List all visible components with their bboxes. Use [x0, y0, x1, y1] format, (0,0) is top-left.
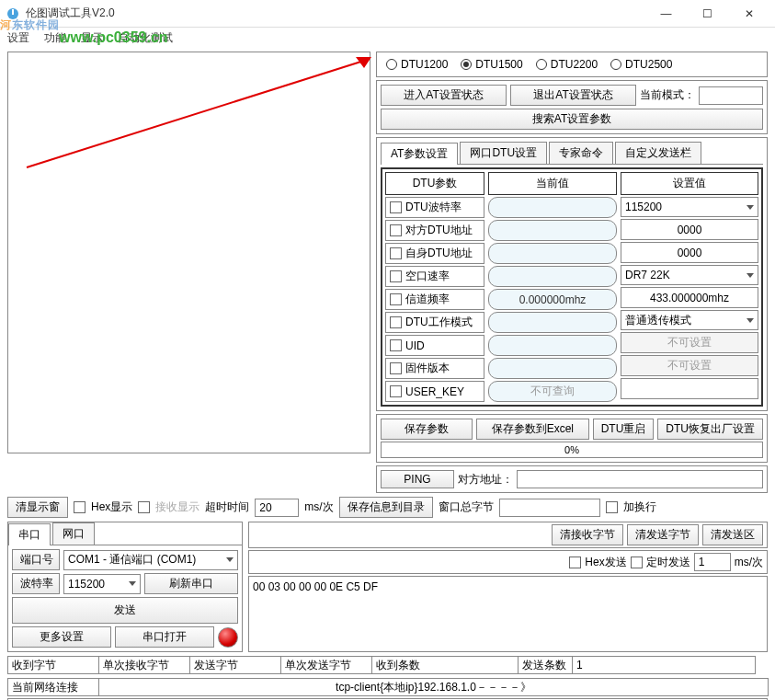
timeout-label: 超时时间 [205, 499, 249, 515]
port-label-button[interactable]: 端口号 [12, 549, 60, 570]
param-setvalue[interactable]: DR7 22K [621, 265, 758, 285]
timeout-input[interactable]: 20 [255, 499, 299, 517]
tab-1[interactable]: 网口DTU设置 [460, 142, 547, 164]
param-row[interactable]: 对方DTU地址 [385, 220, 484, 241]
timed-send-unit: ms/次 [735, 555, 763, 570]
chevron-down-icon [226, 557, 234, 562]
menu-settings[interactable]: 设置 [7, 30, 29, 46]
timeout-unit: ms/次 [304, 499, 333, 515]
param-current: 0.000000mhz [488, 289, 617, 310]
search-at-params-button[interactable]: 搜索AT设置参数 [381, 109, 763, 130]
tab-3[interactable]: 自定义发送栏 [615, 142, 701, 164]
send-textarea[interactable]: 00 03 00 00 00 0E C5 DF [248, 576, 768, 652]
open-serial-button[interactable]: 串口打开 [115, 626, 214, 648]
svg-line-2 [27, 60, 367, 167]
param-current [488, 220, 617, 241]
svg-marker-3 [356, 57, 371, 68]
param-row[interactable]: DTU波特率 [385, 197, 484, 218]
param-checkbox[interactable] [390, 270, 402, 282]
param-setvalue[interactable]: 115200 [621, 197, 758, 217]
hex-display-checkbox[interactable] [74, 501, 85, 513]
total-bytes-label: 窗口总字节 [439, 499, 494, 515]
param-checkbox[interactable] [390, 339, 402, 351]
param-checkbox[interactable] [390, 201, 402, 213]
param-checkbox[interactable] [390, 316, 402, 328]
param-setvalue[interactable]: 0000 [621, 242, 758, 263]
tab-network[interactable]: 网口 [52, 522, 95, 545]
clear-recv-bytes-button[interactable]: 清接收字节 [552, 524, 623, 545]
param-row[interactable]: 信道频率 [385, 289, 484, 310]
tab-0[interactable]: AT参数设置 [381, 143, 458, 165]
baud-label-button[interactable]: 波特率 [12, 573, 60, 594]
save-excel-button[interactable]: 保存参数到Excel [476, 419, 589, 440]
timed-send-input[interactable]: 1 [694, 553, 731, 571]
tab-serial[interactable]: 串口 [8, 523, 51, 545]
param-row[interactable]: UID [385, 335, 484, 356]
radio-DTU1200[interactable]: DTU1200 [386, 58, 448, 71]
menu-function[interactable]: 功能 [44, 30, 66, 46]
wrap-checkbox[interactable] [606, 501, 618, 513]
exit-at-button[interactable]: 退出AT设置状态 [510, 85, 636, 106]
param-current [488, 243, 617, 264]
wrap-label: 加换行 [623, 499, 656, 515]
more-settings-button[interactable]: 更多设置 [12, 626, 111, 648]
app-icon [6, 6, 20, 21]
recv-display-checkbox[interactable] [138, 501, 150, 513]
param-row[interactable]: 固件版本 [385, 358, 484, 379]
param-setvalue: 不可设置 [621, 332, 758, 353]
hex-send-label: Hex发送 [585, 555, 626, 570]
maximize-button[interactable]: ☐ [687, 1, 728, 27]
enter-at-button[interactable]: 进入AT设置状态 [381, 85, 507, 106]
param-setvalue[interactable]: 普通透传模式 [621, 310, 758, 330]
save-info-button[interactable]: 保存信息到目录 [339, 497, 433, 518]
log-pane [7, 52, 370, 453]
hex-send-checkbox[interactable] [569, 557, 581, 568]
radio-DTU2500[interactable]: DTU2500 [610, 58, 672, 71]
ping-button[interactable]: PING [381, 470, 454, 488]
radio-icon [461, 59, 472, 70]
menu-display[interactable]: 显示 [81, 30, 103, 46]
tab-2[interactable]: 专家命令 [549, 142, 613, 164]
status-cell: 单次发送字节 [280, 656, 372, 674]
param-current [488, 266, 617, 287]
param-current [488, 335, 617, 356]
radio-DTU1500[interactable]: DTU1500 [461, 58, 522, 71]
save-group: 保存参数 保存参数到Excel DTU重启 DTU恢复出厂设置 0% [376, 414, 768, 463]
param-row[interactable]: USER_KEY [385, 381, 484, 402]
radio-DTU2200[interactable]: DTU2200 [536, 58, 598, 71]
total-bytes-value [499, 499, 600, 517]
param-current [488, 312, 617, 333]
param-row[interactable]: 自身DTU地址 [385, 243, 484, 264]
send-button[interactable]: 发送 [12, 597, 238, 624]
refresh-serial-button[interactable]: 刷新串口 [144, 573, 238, 594]
baud-combo[interactable]: 115200 [63, 574, 141, 594]
menu-autotest[interactable]: 自动化测试 [118, 30, 173, 46]
param-setvalue[interactable]: 0000 [621, 219, 758, 240]
minimize-button[interactable]: — [645, 1, 687, 27]
dtu-model-group: DTU1200 DTU1500 DTU2200 DTU2500 [376, 52, 768, 77]
status-led-icon [218, 627, 238, 648]
timed-send-checkbox[interactable] [631, 557, 643, 568]
param-checkbox[interactable] [390, 362, 402, 374]
param-setvalue[interactable]: 433.000000mhz [621, 287, 758, 308]
ping-addr-input[interactable] [517, 470, 763, 488]
param-row[interactable]: DTU工作模式 [385, 312, 484, 333]
param-checkbox[interactable] [390, 385, 402, 397]
clear-send-bytes-button[interactable]: 清发送字节 [627, 524, 699, 545]
port-combo[interactable]: COM1 - 通信端口 (COM1) [63, 550, 238, 570]
clear-display-button[interactable]: 清显示窗 [7, 497, 68, 518]
dtu-factory-button[interactable]: DTU恢复出厂设置 [657, 419, 763, 440]
param-checkbox[interactable] [390, 293, 402, 305]
dtu-reboot-button[interactable]: DTU重启 [593, 419, 655, 440]
param-row[interactable]: 空口速率 [385, 266, 484, 287]
status-bar-1: 收到字节单次接收字节发送字节单次发送字节收到条数发送条数1 [0, 654, 775, 676]
param-checkbox[interactable] [390, 247, 402, 259]
param-checkbox[interactable] [390, 224, 402, 236]
svg-rect-1 [12, 9, 14, 15]
param-current [488, 197, 617, 218]
timed-send-label: 定时发送 [646, 555, 690, 570]
close-button[interactable]: ✕ [728, 1, 769, 27]
save-params-button[interactable]: 保存参数 [381, 419, 473, 440]
clear-send-area-button[interactable]: 清发送区 [702, 524, 763, 545]
param-setvalue[interactable] [621, 378, 758, 399]
